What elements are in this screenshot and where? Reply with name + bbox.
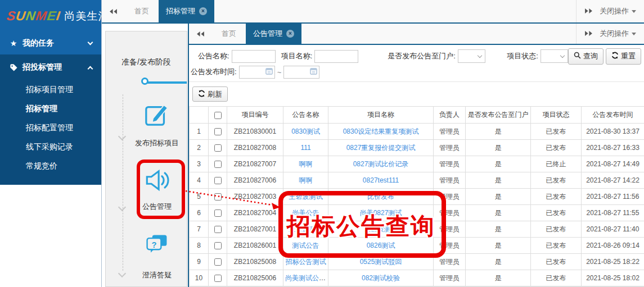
project-name-link[interactable]: 0830设定结果重复项测试 <box>343 127 419 135</box>
portal-filter-select[interactable] <box>458 49 485 63</box>
row-checkbox[interactable] <box>214 226 222 233</box>
sidebar-section-my-tasks[interactable]: ★ 我的任务 <box>0 32 101 54</box>
sidebar-section-bidding-mgmt[interactable]: 招投标管理 <box>0 54 101 80</box>
announcement-name-link[interactable]: 招标公告测试 <box>286 258 326 266</box>
publish-time-from-input[interactable] <box>239 66 275 79</box>
calendar-icon[interactable] <box>265 67 273 76</box>
project-name-link[interactable]: 尚美0827测试 <box>360 209 402 217</box>
row-checkbox[interactable] <box>214 275 222 282</box>
portal-flag: 是 <box>466 124 531 140</box>
close-operations-dropdown[interactable]: 关闭操作 <box>600 6 636 16</box>
project-name-link[interactable]: 王碧波测试 <box>364 225 398 233</box>
table-row: 9ZB210825008招标公告测试0525测试驳回管理员是已发布2021-08… <box>190 254 644 270</box>
announcement-name-link[interactable]: 王碧波测试 <box>289 225 323 233</box>
step-label-publish-project[interactable]: 发布招标项目 <box>135 139 179 147</box>
table-row: 6ZB210827004尚美公告尚美0827测试管理员是已发布2021-08-2… <box>190 205 644 221</box>
top-tab-bar: 首页 招标管理 × 关闭操作 <box>102 0 644 24</box>
project-name-link[interactable]: 082测试校验 <box>362 274 400 282</box>
announcement-name-link[interactable]: 尚美测试公告08... <box>285 274 328 282</box>
sidebar-item[interactable]: 常规竞价 <box>0 157 101 176</box>
portal-flag: 是 <box>466 254 531 270</box>
project-name: 王碧波测试 <box>328 221 434 238</box>
tab-bid-management[interactable]: 招标管理 × <box>159 0 214 22</box>
step-label-clarification[interactable]: 澄清答疑 <box>142 271 172 279</box>
announcement-name-link[interactable]: 啊啊 <box>299 160 313 168</box>
row-checkbox[interactable] <box>214 177 222 184</box>
row-checkbox-cell <box>209 124 227 140</box>
row-checkbox[interactable] <box>214 161 222 168</box>
project-name-input[interactable] <box>314 50 358 63</box>
announcement-name-link[interactable]: 111 <box>300 144 310 152</box>
search-icon <box>574 52 581 61</box>
chevron-up-icon <box>88 66 93 71</box>
announcement-name-link[interactable]: 测试公告 <box>292 242 319 249</box>
clarification-step-icon[interactable]: ? <box>145 233 169 259</box>
project-name-link[interactable]: 0525测试驳回 <box>360 258 402 266</box>
announcement-name-input[interactable] <box>232 50 276 63</box>
logo-wordmark: SUNMEI <box>6 8 61 24</box>
tab-home-inner[interactable]: 首页 <box>212 24 246 44</box>
search-button[interactable]: 查询 <box>568 48 604 65</box>
sidebar-item[interactable]: 招标配置管理 <box>0 119 101 138</box>
announcement-name: 王碧波测试 <box>283 189 328 205</box>
owner: 管理员 <box>434 140 466 156</box>
row-number: 10 <box>190 270 209 286</box>
tab-home[interactable]: 首页 <box>125 0 159 22</box>
announcement-mgmt-step-icon[interactable] <box>143 166 171 197</box>
announcement-name-link[interactable]: 尚美公告 <box>292 209 319 217</box>
publish-time-to-input[interactable] <box>283 66 319 79</box>
logo-brand-text: 尚美生活 <box>65 9 102 24</box>
column-header: 项目编号 <box>227 107 283 124</box>
status-filter-select[interactable] <box>541 49 568 63</box>
expand-tabs-icon[interactable] <box>584 6 593 16</box>
row-checkbox[interactable] <box>214 144 222 152</box>
step-label-announcement-mgmt[interactable]: 公告管理 <box>142 202 172 211</box>
table-row: 1ZB2108300010830测试0830设定结果重复项测试管理员是已发布20… <box>190 124 644 140</box>
row-checkbox[interactable] <box>214 258 222 266</box>
project-name-link[interactable]: 0826测试 <box>367 242 395 249</box>
column-header: 是否发布公告至门户 <box>466 107 531 124</box>
calendar-icon[interactable] <box>310 67 317 76</box>
announcement-name-link[interactable]: 王碧波测试 <box>289 193 323 201</box>
project-name-link[interactable]: 0827重复报价提交测试 <box>346 144 416 152</box>
announcement-name-link[interactable]: 0830测试 <box>291 127 320 135</box>
chevron-down-icon <box>88 39 93 45</box>
collapse-tabs-icon[interactable] <box>102 0 125 22</box>
dropdown-caret-icon <box>632 10 636 13</box>
sidebar-item[interactable]: 招标管理 <box>0 99 101 119</box>
sidebar-item[interactable]: 招标项目管理 <box>0 80 101 99</box>
row-checkbox-cell <box>209 172 227 189</box>
project-code: ZB210825008 <box>227 254 283 270</box>
announcement-name: 招标公告测试 <box>283 254 328 270</box>
reset-button[interactable]: 重置 <box>606 48 641 65</box>
close-operations-dropdown[interactable]: 关闭操作 <box>600 29 636 39</box>
project-name: 082测试校验 <box>328 270 434 286</box>
announcement-name-link[interactable]: 啊啊 <box>299 176 313 184</box>
close-tab-icon[interactable]: × <box>286 30 294 38</box>
row-checkbox[interactable] <box>214 193 222 201</box>
collapse-tabs-icon[interactable] <box>189 24 212 44</box>
announcement-name: 0830测试 <box>283 124 328 140</box>
publish-project-step-icon[interactable] <box>144 101 170 129</box>
sidebar-item[interactable]: 线下采购记录 <box>0 138 101 157</box>
project-name-link[interactable]: 比价发布 <box>367 193 394 201</box>
owner: 管理员 <box>434 238 466 254</box>
portal-flag: 是 <box>466 221 531 238</box>
project-name-link[interactable]: 0827测试比价记录 <box>353 160 409 168</box>
portal-filter-label: 是否发布公告至门户: <box>388 51 456 61</box>
tab-announcement-mgmt[interactable]: 公告管理 × <box>246 24 301 44</box>
portal-flag: 是 <box>466 205 531 221</box>
select-all-checkbox[interactable] <box>214 112 222 119</box>
project-name: 尚美0827测试 <box>328 205 434 221</box>
project-code: ZB210827004 <box>227 205 283 221</box>
row-checkbox[interactable] <box>214 242 222 249</box>
expand-tabs-icon[interactable] <box>584 29 593 39</box>
project-status: 已发布 <box>531 254 582 270</box>
table-row: 3ZB210827007啊啊0827测试比价记录管理员是已终止2021-08-2… <box>190 156 644 172</box>
project-name-link[interactable]: 0827test111 <box>363 176 399 184</box>
row-checkbox[interactable] <box>214 209 222 217</box>
refresh-button[interactable]: 刷新 <box>192 86 228 102</box>
project-code: ZB210827003 <box>227 189 283 205</box>
close-tab-icon[interactable]: × <box>199 7 207 15</box>
row-checkbox[interactable] <box>214 128 222 135</box>
